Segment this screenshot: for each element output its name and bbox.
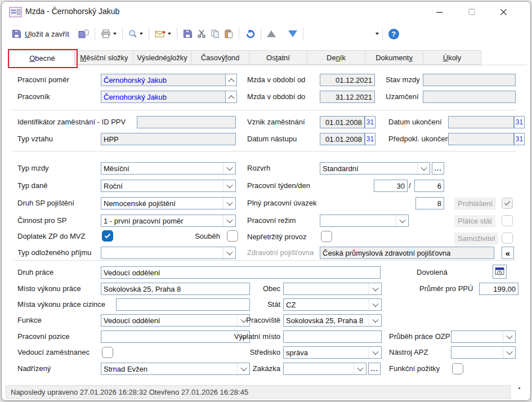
samozivitel-checkbox[interactable] [502, 233, 513, 244]
cinnost-sp-combo[interactable]: 1 - první pracovní poměr [101, 215, 236, 227]
stredisko-combo[interactable]: správa [283, 346, 382, 359]
typ-vztahu-field[interactable]: HPP [101, 133, 236, 145]
prumer-ppu-field[interactable]: 199,00 [479, 283, 518, 295]
paste-button[interactable] [222, 26, 235, 42]
help-button[interactable]: ? [386, 26, 401, 42]
rozvrh-combo[interactable]: Standardní [320, 162, 430, 175]
dropdown-arrow-icon[interactable] [396, 215, 408, 226]
typ-mzdy-combo[interactable]: Měsíční [101, 162, 236, 175]
pracovnik-field[interactable]: Černohorský Jakub [101, 91, 226, 103]
cut-button[interactable] [195, 26, 208, 42]
dropdown-arrow-icon[interactable] [223, 247, 235, 258]
zdrav-pojistovna-field[interactable]: Česká průmyslová zdravotní pojišťovna [320, 247, 494, 259]
toolbar-combobox-arrow[interactable] [375, 33, 379, 35]
dropdown-arrow-icon[interactable] [369, 315, 381, 326]
mzda-od-field[interactable]: 01.12.2021 [320, 74, 375, 86]
prohlaseni-checkbox[interactable] [502, 198, 513, 209]
maximize-button[interactable] [459, 3, 485, 21]
dropdown-arrow-icon[interactable] [223, 180, 235, 191]
misto-vykonu-field[interactable]: Sokolovská 25, Praha 8 [101, 283, 250, 295]
soubeh-checkbox[interactable] [227, 230, 238, 242]
druh-sp-combo[interactable]: Nemocenské pojištění [101, 197, 236, 209]
save-and-close-button[interactable]: Uložit a zavřít [10, 26, 71, 42]
funkcni-pozitky-checkbox[interactable] [452, 363, 463, 374]
tab-mesicni-slozky[interactable]: Měsíční složky [75, 50, 133, 65]
doplatek-zp-checkbox[interactable] [102, 230, 113, 242]
pracoviste-combo[interactable]: Sokolovská 25, Praha 8 [283, 314, 382, 327]
dropdown-arrow-icon[interactable] [354, 363, 366, 374]
dropdown-arrow-icon[interactable] [369, 283, 381, 294]
send-mail-dropdown-arrow[interactable] [168, 33, 171, 35]
datum-nastupu-field[interactable]: 01.01.2008 [320, 133, 365, 145]
plny-uvazek-field[interactable]: 8 [415, 197, 444, 209]
save-new-button[interactable] [76, 26, 91, 42]
ukonceni-calendar-button[interactable]: 31 [514, 116, 525, 128]
dropdown-arrow-icon[interactable] [223, 198, 235, 209]
preview-dropdown-arrow[interactable] [140, 33, 143, 35]
nastroj-apz-combo[interactable] [451, 346, 516, 359]
zdrav-pojistovna-expand-button[interactable]: « [502, 247, 514, 259]
nadrizeny-combo[interactable]: Strnad Evžen [101, 363, 250, 375]
dropdown-arrow-icon[interactable] [503, 331, 515, 342]
vedouci-zam-checkbox[interactable] [102, 347, 113, 358]
typ-odlozeneho-combo[interactable] [101, 247, 236, 259]
nepretrzity-checkbox[interactable] [321, 231, 332, 242]
vyplatni-misto-field[interactable] [283, 330, 382, 343]
prac-tyden-day-field[interactable]: 6 [414, 180, 444, 192]
tab-vysledne-slozky[interactable]: Výsledné složky [133, 50, 191, 65]
mista-cizince-field[interactable] [116, 298, 250, 311]
undo-button[interactable] [243, 26, 257, 42]
copy-button[interactable] [208, 26, 222, 42]
typ-dane-combo[interactable]: Roční [101, 180, 236, 192]
id-ppv-field[interactable] [137, 116, 236, 128]
close-button[interactable] [490, 3, 516, 21]
funkce-combo[interactable]: Vedoucí oddělení [101, 314, 250, 327]
vznik-zamestnani-field[interactable]: 01.01.2008 [320, 116, 365, 128]
tab-dokumenty[interactable]: Dokumenty [365, 50, 423, 65]
toolbar-combobox[interactable] [307, 33, 379, 35]
dropdown-arrow-icon[interactable] [503, 347, 515, 358]
druh-prace-field[interactable]: Vedoucí oddělení [101, 266, 381, 279]
tab-ostatni[interactable]: Ostatní [249, 50, 307, 65]
print-button[interactable] [99, 26, 119, 42]
tab-ukoly[interactable]: Úkoly [423, 50, 481, 65]
obec-combo[interactable] [283, 283, 382, 295]
datum-ukonceni-field[interactable] [448, 116, 514, 128]
vznik-calendar-button[interactable]: 31 [365, 116, 375, 128]
zakazka-combo[interactable] [283, 363, 366, 375]
save-button[interactable] [181, 26, 195, 42]
dropdown-arrow-icon[interactable] [369, 347, 381, 358]
pracovni-pomer-field[interactable]: Černohorský Jakub [101, 74, 226, 86]
rozvrh-more-button[interactable]: ... [432, 162, 444, 175]
dropdown-arrow-icon[interactable] [369, 299, 381, 310]
zakazka-more-button[interactable]: ... [368, 363, 381, 375]
predpokl-ukonceni-field[interactable] [448, 133, 514, 145]
envelope-icon [155, 30, 166, 38]
prubeh-ozp-combo[interactable] [451, 330, 516, 343]
send-mail-button[interactable] [153, 26, 173, 42]
stat-combo[interactable]: CZ [283, 298, 382, 311]
next-record-button[interactable] [278, 26, 299, 42]
pracovni-pomer-expand-button[interactable] [225, 74, 237, 86]
stav-mzdy-field[interactable] [423, 74, 516, 86]
pracovnik-expand-button[interactable] [225, 91, 237, 103]
preview-button[interactable] [126, 26, 145, 42]
uzamceni-field[interactable] [423, 91, 516, 103]
print-dropdown-arrow[interactable] [113, 33, 117, 35]
previous-record-button[interactable] [265, 26, 278, 42]
mzda-do-field[interactable]: 31.12.2021 [320, 91, 375, 103]
tab-denik[interactable]: Deník [307, 50, 365, 65]
dropdown-arrow-icon[interactable] [223, 215, 235, 226]
tab-obecne[interactable]: Obecné [10, 50, 75, 65]
resize-grip[interactable] [518, 387, 527, 395]
dropdown-arrow-icon[interactable] [417, 163, 430, 174]
tab-casovy-fond[interactable]: Časový fond [191, 50, 249, 65]
minimize-button[interactable] [426, 3, 452, 21]
nastup-calendar-button[interactable]: 31 [365, 133, 375, 145]
dovolena-detail-button[interactable] [493, 265, 507, 279]
dropdown-arrow-icon[interactable] [223, 163, 235, 174]
platce-stat-checkbox[interactable] [502, 215, 513, 226]
predpokl-calendar-button[interactable]: 31 [514, 133, 525, 145]
prac-rezim-combo[interactable] [320, 215, 409, 227]
prac-tyden-week-field[interactable]: 30 [374, 180, 408, 192]
